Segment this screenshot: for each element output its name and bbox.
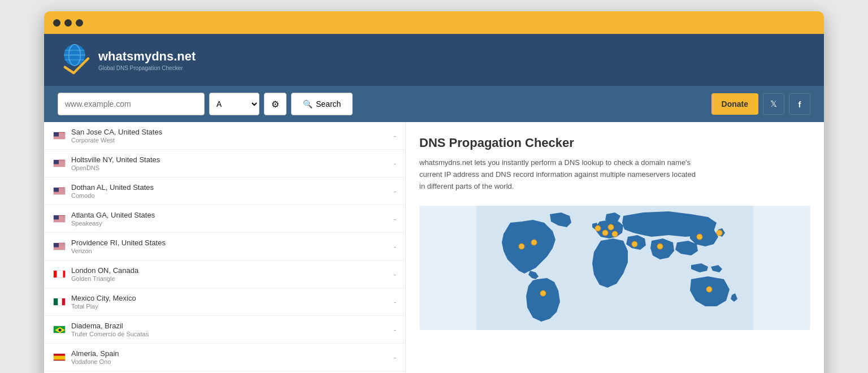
svg-rect-19 <box>54 167 66 167</box>
twitter-button[interactable]: 𝕏 <box>763 93 784 115</box>
search-button[interactable]: 🔍 Search <box>291 93 353 115</box>
server-info: Dothan AL, United States Comodo <box>71 183 379 199</box>
server-info: Providence RI, United States Verizon <box>71 238 379 254</box>
toolbar: A AAAA CNAME MX NS TXT SOA ⚙ 🔍 Search Do… <box>44 86 824 122</box>
server-info: Mexico City, Mexico Total Play <box>71 294 379 310</box>
app-header: whatsmydns.net Global DNS Propagation Ch… <box>44 34 824 86</box>
gear-icon: ⚙ <box>271 99 279 110</box>
logo-title: whatsmydns.net <box>98 49 196 64</box>
flag-icon <box>53 132 66 140</box>
svg-point-71 <box>595 225 601 231</box>
svg-rect-36 <box>54 215 59 220</box>
right-panel: DNS Propagation Checker whatsmydns.net l… <box>406 122 824 373</box>
svg-rect-34 <box>54 220 66 221</box>
server-provider: OpenDNS <box>71 164 379 171</box>
record-type-select[interactable]: A AAAA CNAME MX NS TXT SOA <box>209 93 259 115</box>
flag-icon <box>53 353 66 361</box>
svg-rect-20 <box>54 160 59 164</box>
svg-point-69 <box>519 244 524 249</box>
facebook-icon: f <box>798 99 801 109</box>
svg-point-72 <box>608 224 614 230</box>
server-info: Diadema, Brazil Trufer Comercio de Sucat… <box>71 322 379 337</box>
browser-dot-2 <box>64 19 72 27</box>
svg-rect-44 <box>54 243 59 248</box>
svg-point-80 <box>706 287 712 292</box>
server-result: - <box>385 242 396 251</box>
svg-rect-35 <box>54 222 66 223</box>
browser-dot-1 <box>53 19 60 27</box>
flag-icon <box>53 326 66 333</box>
svg-rect-50 <box>54 298 58 306</box>
svg-point-79 <box>632 241 637 247</box>
svg-point-73 <box>602 230 608 236</box>
server-provider: Golden Triangle <box>71 275 379 282</box>
server-info: Atlanta GA, United States Speakeasy <box>71 211 379 227</box>
server-item[interactable]: Providence RI, United States Verizon - <box>44 233 405 261</box>
server-item[interactable]: London ON, Canada Golden Triangle - <box>44 261 405 288</box>
svg-rect-18 <box>54 165 66 166</box>
server-info: San Jose CA, United States Corporate Wes… <box>71 128 379 144</box>
server-list: San Jose CA, United States Corporate Wes… <box>44 122 406 373</box>
logo-container: whatsmydns.net Global DNS Propagation Ch… <box>58 43 196 77</box>
server-city: Mexico City, Mexico <box>71 294 379 302</box>
svg-point-76 <box>697 234 702 240</box>
server-item[interactable]: Dothan AL, United States Comodo - <box>44 177 405 205</box>
server-city: San Jose CA, United States <box>71 128 379 136</box>
server-item[interactable]: Mexico City, Mexico Total Play - <box>44 288 405 316</box>
server-result: - <box>385 326 396 334</box>
world-map <box>419 206 810 330</box>
settings-button[interactable]: ⚙ <box>264 93 287 115</box>
server-result: - <box>385 159 396 168</box>
server-city: Providence RI, United States <box>71 238 379 247</box>
search-icon: 🔍 <box>303 99 313 109</box>
server-city: Holtsville NY, United States <box>71 155 379 164</box>
svg-point-78 <box>540 290 546 296</box>
server-city: London ON, Canada <box>71 266 379 275</box>
twitter-icon: 𝕏 <box>770 99 777 109</box>
flag-icon <box>53 242 66 250</box>
donate-button[interactable]: Donate <box>711 93 758 115</box>
server-city: Diadema, Brazil <box>71 322 379 330</box>
server-item[interactable]: Almeria, Spain Vodafone Ono - <box>44 344 405 371</box>
server-provider: Trufer Comercio de Sucatas <box>71 331 379 337</box>
dns-title: DNS Propagation Checker <box>419 136 810 150</box>
server-info: London ON, Canada Golden Triangle <box>71 266 379 282</box>
world-map-svg <box>419 206 810 330</box>
browser-dots <box>53 19 83 27</box>
svg-rect-46 <box>54 271 57 278</box>
logo-text: whatsmydns.net Global DNS Propagation Ch… <box>98 49 196 71</box>
server-result: - <box>385 353 396 362</box>
svg-rect-10 <box>54 137 66 138</box>
server-info: Holtsville NY, United States OpenDNS <box>71 155 379 171</box>
server-provider: Verizon <box>71 248 379 254</box>
facebook-button[interactable]: f <box>789 93 810 115</box>
svg-point-75 <box>657 244 663 249</box>
flag-icon <box>53 270 66 278</box>
server-result: - <box>385 270 396 279</box>
main-content: San Jose CA, United States Corporate Wes… <box>44 122 824 373</box>
server-provider: Comodo <box>71 192 379 199</box>
server-result: - <box>385 298 396 306</box>
server-item[interactable]: Atlanta GA, United States Speakeasy - <box>44 205 405 233</box>
flag-icon <box>53 187 66 195</box>
svg-rect-26 <box>54 193 66 193</box>
server-item[interactable]: Diadema, Brazil Trufer Comercio de Sucat… <box>44 316 405 344</box>
server-provider: Corporate West <box>71 137 379 144</box>
server-provider: Speakeasy <box>71 220 379 227</box>
svg-point-74 <box>612 231 618 237</box>
svg-rect-43 <box>54 250 66 250</box>
dns-description: whatsmydns.net lets you instantly perfor… <box>419 157 702 192</box>
svg-rect-47 <box>63 271 66 278</box>
url-input[interactable] <box>58 93 205 115</box>
svg-point-53 <box>59 329 62 332</box>
server-result: - <box>385 132 396 140</box>
svg-rect-55 <box>54 356 66 360</box>
server-result: - <box>385 215 396 223</box>
svg-rect-27 <box>54 194 66 195</box>
server-item[interactable]: Holtsville NY, United States OpenDNS - <box>44 150 405 177</box>
svg-point-77 <box>717 230 722 236</box>
server-provider: Vodafone Ono <box>71 358 379 365</box>
browser-titlebar <box>44 11 824 34</box>
server-result: - <box>385 187 396 196</box>
server-item[interactable]: San Jose CA, United States Corporate Wes… <box>44 122 405 150</box>
